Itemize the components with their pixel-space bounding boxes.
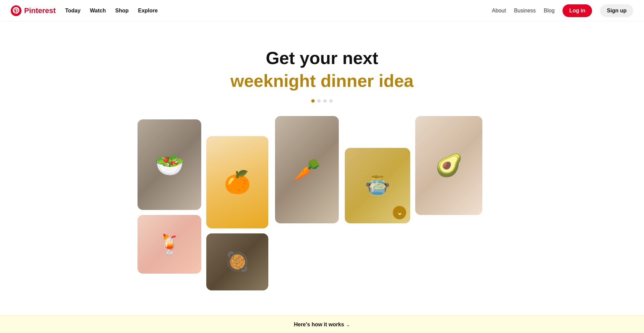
nav-explore[interactable]: Explore [138,6,158,15]
hero-section: Get your next weeknight dinner idea [0,21,644,116]
nav-today[interactable]: Today [65,6,80,15]
scroll-down-button[interactable]: ⌄ [393,206,406,219]
login-button[interactable]: Log in [562,4,592,17]
collage-inner: 🥗 🍹 🍊 🥘 🥕 🍲 ⌄ 🥑 [138,116,506,294]
nav-about[interactable]: About [492,6,506,15]
food-image-salad[interactable]: 🥗 [138,119,201,210]
pinterest-logo-icon [11,5,21,16]
how-it-works-banner[interactable]: Here's how it works ⌄ [0,316,644,333]
food-image-hummus[interactable]: 🍲 ⌄ [345,148,410,223]
carousel-dots [7,99,637,103]
nav-business[interactable]: Business [514,6,536,15]
header-right: About Business Blog Log in Sign up [492,4,633,17]
header-left: Pinterest Today Watch Shop Explore [11,5,158,16]
nav-blog[interactable]: Blog [544,6,554,15]
chevron-down-icon: ⌄ [346,322,350,327]
nav-watch[interactable]: Watch [90,6,106,15]
signup-button[interactable]: Sign up [600,4,633,17]
header: Pinterest Today Watch Shop Explore About… [0,0,644,21]
logo[interactable]: Pinterest [11,5,56,16]
dot-4[interactable] [329,99,333,103]
how-it-works-text: Here's how it works [294,322,344,328]
food-image-avocado-toast[interactable]: 🥑 [415,116,482,215]
hero-title-line2: weeknight dinner idea [7,71,637,91]
main-content: Get your next weeknight dinner idea 🥗 🍹 … [0,0,644,333]
hero-title-line1: Get your next [7,48,637,68]
food-image-cutting-board[interactable]: 🥘 [206,233,268,290]
food-image-orange-drink[interactable]: 🍊 [206,136,268,228]
dot-2[interactable] [317,99,321,103]
nav-shop[interactable]: Shop [115,6,129,15]
dot-1[interactable] [311,99,315,103]
logo-wordmark: Pinterest [24,6,56,15]
food-image-drinks[interactable]: 🍹 [138,215,201,274]
dot-3[interactable] [323,99,327,103]
image-collage: 🥗 🍹 🍊 🥘 🥕 🍲 ⌄ 🥑 [0,116,644,294]
food-image-carrot-bowl[interactable]: 🥕 [275,116,339,223]
